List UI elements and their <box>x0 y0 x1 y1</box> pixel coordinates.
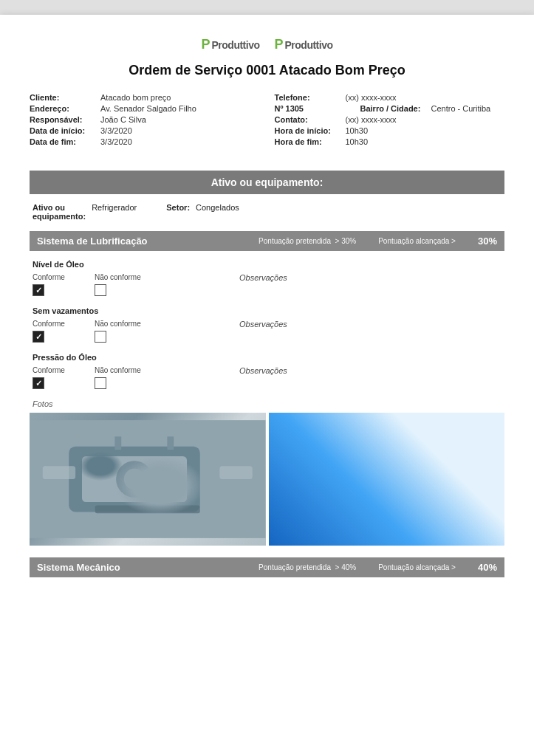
svg-rect-9 <box>167 436 174 450</box>
mecanico-title: Sistema Mecânico <box>37 562 120 573</box>
svg-rect-8 <box>114 436 121 450</box>
page: P Produttivo P Produttivo Ordem de Servi… <box>0 15 534 756</box>
svg-rect-7 <box>95 506 200 514</box>
nao-conforme-col-3: Não conforme <box>95 366 141 389</box>
svg-point-13 <box>380 486 393 499</box>
photos-container <box>30 413 504 546</box>
photo-1-svg <box>30 413 266 546</box>
asset-row: Ativo ouequipamento: Refrigerador Setor:… <box>30 203 504 221</box>
mecanico-score: 40% <box>478 562 497 573</box>
nao-conforme-col-2: Não conforme <box>95 320 141 343</box>
svg-rect-2 <box>82 456 187 502</box>
check-item-nivel-oleo: Nível de Óleo Conforme Não conforme Obse… <box>30 260 504 296</box>
mecanico-meta: Pontuação pretendida > 40% Pontuação alc… <box>259 562 497 573</box>
check-item-sem-vazamentos: Sem vazamentos Conforme Não conforme Obs… <box>30 306 504 343</box>
asset-section-title: Ativo ou equipamento: <box>211 176 324 188</box>
svg-point-14 <box>469 437 487 456</box>
svg-rect-16 <box>269 512 505 538</box>
photo-2-svg <box>269 413 505 546</box>
svg-rect-11 <box>360 472 413 512</box>
asset-item-setor: Setor: Congelados <box>166 203 239 221</box>
nao-conforme-checkbox-3[interactable] <box>95 377 106 389</box>
nao-conforme-col-1: Não conforme <box>95 273 141 296</box>
lubrificacao-score: 30% <box>478 236 497 247</box>
lubrificacao-meta: Pontuação pretendida > 30% Pontuação alc… <box>259 236 497 247</box>
info-row-nf: Nº 1305 Bairro / Cidade: Centro - Curiti… <box>275 104 505 113</box>
client-info-right: Telefone: (xx) xxxx-xxxx Nº 1305 Bairro … <box>275 93 505 148</box>
svg-rect-0 <box>30 420 266 538</box>
conforme-checkbox-2[interactable] <box>32 331 44 343</box>
mecanico-header: Sistema Mecânico Pontuação pretendida > … <box>30 557 504 577</box>
logo-2: P Produttivo <box>275 37 333 52</box>
nao-conforme-checkbox-1[interactable] <box>95 284 106 296</box>
svg-point-3 <box>116 461 153 498</box>
logo-1: P Produttivo <box>201 37 259 52</box>
client-info-section: Cliente: Atacado bom preço Endereço: Av.… <box>30 93 504 156</box>
conforme-col-1: Conforme <box>32 273 65 296</box>
client-info-left: Cliente: Atacado bom preço Endereço: Av.… <box>30 93 260 148</box>
fotos-label: Fotos <box>32 399 502 408</box>
svg-point-12 <box>374 481 398 504</box>
svg-rect-5 <box>43 466 75 479</box>
page-title: Ordem de Serviço 0001 Atacado Bom Preço <box>30 63 504 78</box>
nao-conforme-checkbox-2[interactable] <box>95 331 106 343</box>
info-row-contato: Contato: (xx) xxxx-xxxx <box>275 115 505 124</box>
check-item-pressao-oleo: Pressão do Óleo Conforme Não conforme Ob… <box>30 353 504 389</box>
svg-rect-6 <box>219 466 252 479</box>
lubrificacao-header: Sistema de Lubrificação Pontuação preten… <box>30 231 504 251</box>
info-row-data-fim: Data de fim: 3/3/2020 <box>30 137 260 146</box>
svg-point-4 <box>124 469 145 489</box>
conforme-col-2: Conforme <box>32 320 65 343</box>
info-row-telefone: Telefone: (xx) xxxx-xxxx <box>275 93 505 102</box>
svg-rect-10 <box>269 420 505 538</box>
info-row-cliente: Cliente: Atacado bom preço <box>30 93 260 102</box>
info-row-responsavel: Responsável: João C Silva <box>30 115 260 124</box>
info-row-data-inicio: Data de início: 3/3/2020 <box>30 126 260 135</box>
svg-point-15 <box>473 441 483 452</box>
photo-2 <box>269 413 505 546</box>
conforme-checkbox-1[interactable] <box>32 284 44 296</box>
info-row-endereco: Endereço: Av. Senador Salgado Filho <box>30 104 260 113</box>
header-logos: P Produttivo P Produttivo <box>30 37 504 52</box>
conforme-col-3: Conforme <box>32 366 65 389</box>
info-row-hora-inicio: Hora de início: 10h30 <box>275 126 505 135</box>
info-row-hora-fim: Hora de fim: 10h30 <box>275 137 505 146</box>
conforme-checkbox-3[interactable] <box>32 377 44 389</box>
asset-item-equipment: Ativo ouequipamento: Refrigerador <box>32 203 137 221</box>
photo-1 <box>30 413 266 546</box>
asset-section-header: Ativo ou equipamento: <box>30 171 504 194</box>
lubrificacao-title: Sistema de Lubrificação <box>37 236 148 247</box>
svg-point-17 <box>308 447 335 473</box>
svg-rect-1 <box>69 447 200 512</box>
